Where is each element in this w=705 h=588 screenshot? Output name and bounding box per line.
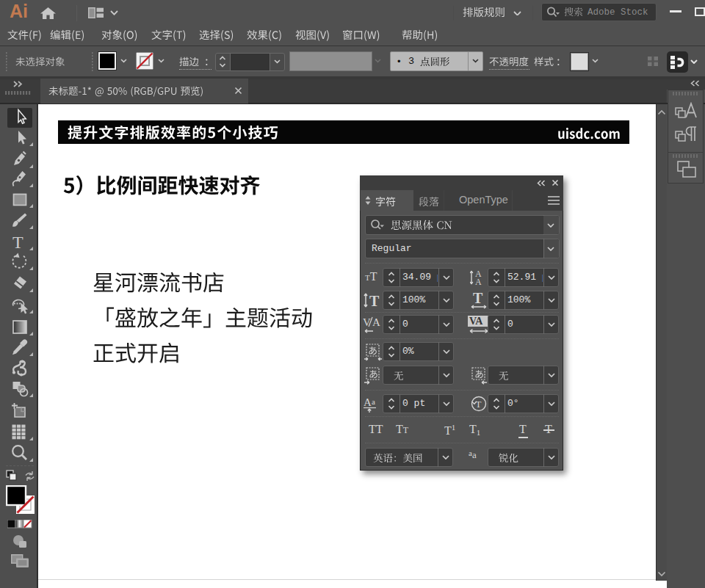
svg-text:a: a (372, 397, 375, 406)
svg-text:VA: VA (469, 316, 483, 327)
svg-text:T: T (369, 293, 380, 308)
svg-text:T: T (473, 292, 483, 306)
svg-text:A: A (372, 316, 380, 328)
svg-text:A: A (364, 396, 372, 408)
svg-text:V: V (363, 316, 371, 328)
svg-text:A: A (475, 277, 482, 286)
svg-text:T: T (476, 399, 482, 410)
